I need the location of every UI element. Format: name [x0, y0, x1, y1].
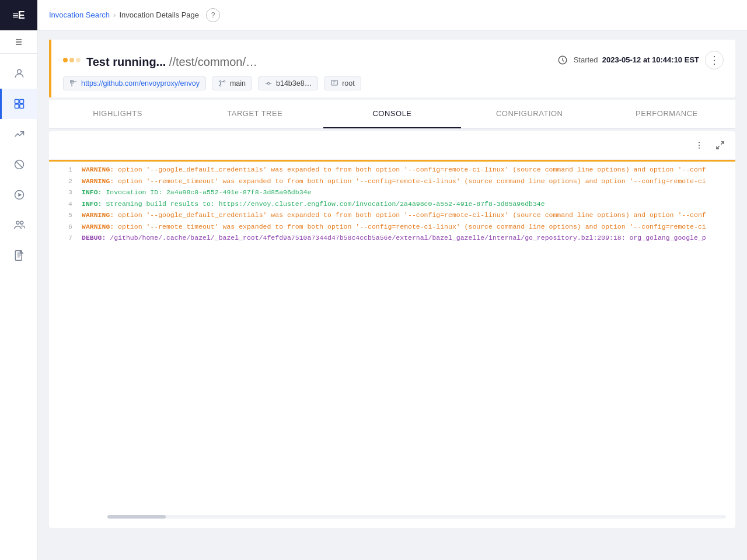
- sidebar-item-user[interactable]: [0, 58, 37, 89]
- svg-rect-27: [331, 80, 338, 85]
- svg-rect-14: [15, 251, 22, 261]
- user-chip[interactable]: root: [324, 76, 361, 90]
- commit-label: b14b3e8…: [276, 79, 312, 88]
- breadcrumb-current: Invocation Details Page: [119, 10, 199, 19]
- sidebar-item-blocked[interactable]: [0, 149, 37, 180]
- status-dot-2: [69, 58, 74, 62]
- sidebar-nav: [0, 54, 37, 271]
- console-expand-button[interactable]: [712, 137, 728, 153]
- commit-icon: [264, 79, 273, 88]
- content-area: Test running... //test/common/… Started …: [37, 30, 747, 560]
- log-line-4: 4 INFO: Streaming build results to: http…: [49, 198, 735, 210]
- branch-chip[interactable]: main: [212, 76, 252, 90]
- tab-highlights[interactable]: HIGHLIGHTS: [49, 100, 186, 128]
- tab-bar: HIGHLIGHTS TARGET TREE CONSOLE CONFIGURA…: [49, 100, 735, 129]
- status-indicator: [63, 58, 81, 62]
- svg-point-24: [267, 82, 270, 85]
- page-title: Test running... //test/common/…: [86, 49, 257, 71]
- svg-point-30: [699, 142, 700, 143]
- sidebar-item-analytics[interactable]: [0, 119, 37, 149]
- svg-point-22: [219, 85, 221, 86]
- console-panel: 1 WARNING: option '--google_default_cred…: [49, 131, 735, 528]
- branch-label: main: [230, 79, 246, 88]
- clock-icon: [557, 55, 568, 65]
- help-button[interactable]: ?: [206, 8, 220, 22]
- github-chip[interactable]: https://github.com/envoyproxy/envoy: [63, 76, 206, 90]
- sidebar-item-run[interactable]: [0, 180, 37, 210]
- status-dot-3: [76, 58, 81, 62]
- log-line-5: 5 WARNING: option '--google_default_cred…: [49, 209, 735, 221]
- tab-configuration[interactable]: CONFIGURATION: [461, 100, 598, 128]
- log-line-3: 3 INFO: Invocation ID: 2a4a98c0-a552-491…: [49, 187, 735, 198]
- svg-point-12: [16, 221, 19, 224]
- svg-line-34: [717, 146, 720, 149]
- branch-icon: [218, 79, 226, 88]
- sidebar: ≡E: [0, 0, 37, 560]
- svg-line-9: [16, 161, 23, 168]
- tab-console[interactable]: CONSOLE: [323, 100, 460, 128]
- sidebar-item-builds[interactable]: [0, 89, 37, 119]
- invocation-title-left: Test running... //test/common/…: [63, 49, 257, 71]
- invocation-meta-right: Started 2023-05-12 at 10:44:10 EST ⋮: [557, 51, 724, 69]
- console-more-button[interactable]: [691, 137, 707, 153]
- tab-performance[interactable]: PERFORMANCE: [598, 100, 735, 128]
- svg-point-31: [699, 145, 700, 146]
- log-line-7: 7 DEBUG: /github/home/.cache/bazel/_baze…: [49, 232, 735, 244]
- status-dot-1: [63, 58, 68, 62]
- svg-line-33: [721, 142, 724, 145]
- started-label: Started 2023-05-12 at 10:44:10 EST: [574, 55, 699, 64]
- breadcrumb: Invocation Search › Invocation Details P…: [49, 10, 199, 19]
- svg-marker-11: [18, 193, 22, 197]
- breadcrumb-separator: ›: [113, 10, 116, 19]
- log-line-2: 2 WARNING: option '--remote_timeout' was…: [49, 176, 735, 187]
- sidebar-toggle-btn[interactable]: [0, 30, 37, 54]
- console-toolbar: [49, 131, 735, 160]
- svg-point-13: [20, 221, 23, 224]
- invocation-header: Test running... //test/common/… Started …: [49, 40, 735, 97]
- user-icon: [330, 79, 338, 88]
- github-link[interactable]: https://github.com/envoyproxy/envoy: [81, 79, 200, 88]
- breadcrumb-link[interactable]: Invocation Search: [49, 10, 110, 19]
- topbar: Invocation Search › Invocation Details P…: [37, 0, 747, 30]
- svg-rect-6: [15, 104, 19, 108]
- svg-rect-5: [20, 100, 24, 104]
- svg-rect-7: [20, 104, 24, 108]
- app-logo: ≡E: [0, 0, 37, 30]
- scrollbar-thumb[interactable]: [107, 515, 166, 519]
- horizontal-scrollbar[interactable]: [107, 515, 726, 519]
- invocation-chips: https://github.com/envoyproxy/envoy main: [63, 76, 724, 90]
- svg-point-32: [699, 148, 700, 149]
- more-options-button[interactable]: ⋮: [705, 51, 724, 69]
- sidebar-item-team[interactable]: [0, 210, 37, 240]
- svg-point-3: [18, 69, 22, 74]
- expand-icon: [715, 141, 725, 150]
- main-content: Invocation Search › Invocation Details P…: [37, 0, 747, 560]
- tab-target-tree[interactable]: TARGET TREE: [186, 100, 323, 128]
- svg-point-23: [224, 80, 225, 82]
- more-vert-icon: [694, 141, 704, 150]
- sidebar-item-docs[interactable]: [0, 240, 37, 271]
- svg-rect-4: [15, 100, 19, 104]
- user-label: root: [342, 79, 355, 88]
- commit-chip[interactable]: b14b3e8…: [258, 76, 318, 90]
- log-line-6: 6 WARNING: option '--remote_timeout' was…: [49, 221, 735, 233]
- log-line-1: 1 WARNING: option '--google_default_cred…: [49, 164, 735, 176]
- github-icon: [69, 79, 78, 88]
- console-output: 1 WARNING: option '--google_default_cred…: [49, 160, 735, 253]
